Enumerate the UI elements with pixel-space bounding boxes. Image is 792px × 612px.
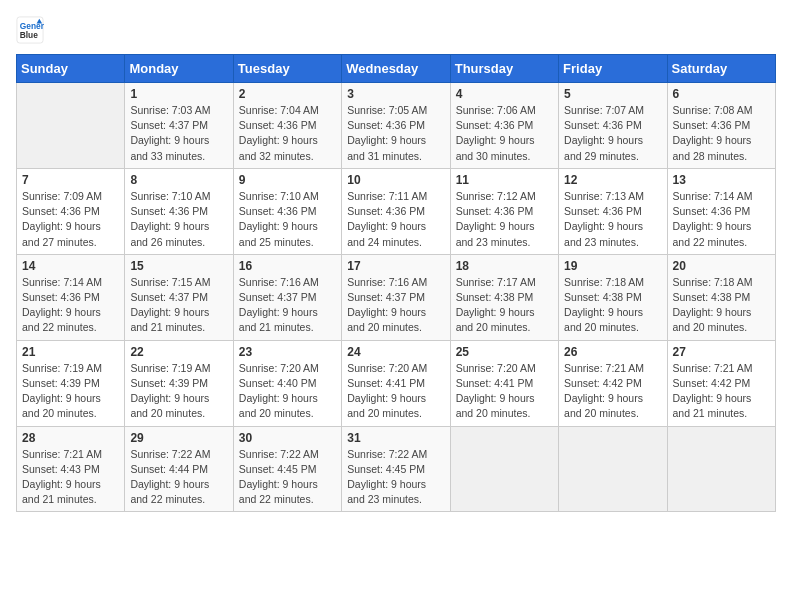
weekday-header-friday: Friday bbox=[559, 55, 667, 83]
day-info: Sunrise: 7:21 AMSunset: 4:42 PMDaylight:… bbox=[673, 361, 770, 422]
day-info: Sunrise: 7:09 AMSunset: 4:36 PMDaylight:… bbox=[22, 189, 119, 250]
page-header: General Blue bbox=[16, 16, 776, 44]
week-row-4: 28Sunrise: 7:21 AMSunset: 4:43 PMDayligh… bbox=[17, 426, 776, 512]
day-info: Sunrise: 7:19 AMSunset: 4:39 PMDaylight:… bbox=[130, 361, 227, 422]
day-cell: 25Sunrise: 7:20 AMSunset: 4:41 PMDayligh… bbox=[450, 340, 558, 426]
weekday-header-tuesday: Tuesday bbox=[233, 55, 341, 83]
day-cell: 14Sunrise: 7:14 AMSunset: 4:36 PMDayligh… bbox=[17, 254, 125, 340]
day-info: Sunrise: 7:20 AMSunset: 4:40 PMDaylight:… bbox=[239, 361, 336, 422]
day-cell: 4Sunrise: 7:06 AMSunset: 4:36 PMDaylight… bbox=[450, 83, 558, 169]
day-number: 31 bbox=[347, 431, 444, 445]
logo: General Blue bbox=[16, 16, 48, 44]
day-info: Sunrise: 7:21 AMSunset: 4:42 PMDaylight:… bbox=[564, 361, 661, 422]
day-number: 14 bbox=[22, 259, 119, 273]
day-info: Sunrise: 7:18 AMSunset: 4:38 PMDaylight:… bbox=[564, 275, 661, 336]
day-info: Sunrise: 7:15 AMSunset: 4:37 PMDaylight:… bbox=[130, 275, 227, 336]
day-number: 6 bbox=[673, 87, 770, 101]
day-cell: 15Sunrise: 7:15 AMSunset: 4:37 PMDayligh… bbox=[125, 254, 233, 340]
logo-icon: General Blue bbox=[16, 16, 44, 44]
day-number: 24 bbox=[347, 345, 444, 359]
day-info: Sunrise: 7:20 AMSunset: 4:41 PMDaylight:… bbox=[456, 361, 553, 422]
day-number: 4 bbox=[456, 87, 553, 101]
day-info: Sunrise: 7:16 AMSunset: 4:37 PMDaylight:… bbox=[239, 275, 336, 336]
day-info: Sunrise: 7:18 AMSunset: 4:38 PMDaylight:… bbox=[673, 275, 770, 336]
day-cell: 31Sunrise: 7:22 AMSunset: 4:45 PMDayligh… bbox=[342, 426, 450, 512]
day-number: 8 bbox=[130, 173, 227, 187]
day-number: 11 bbox=[456, 173, 553, 187]
day-number: 26 bbox=[564, 345, 661, 359]
day-number: 7 bbox=[22, 173, 119, 187]
day-info: Sunrise: 7:22 AMSunset: 4:44 PMDaylight:… bbox=[130, 447, 227, 508]
day-number: 20 bbox=[673, 259, 770, 273]
day-info: Sunrise: 7:08 AMSunset: 4:36 PMDaylight:… bbox=[673, 103, 770, 164]
day-cell: 21Sunrise: 7:19 AMSunset: 4:39 PMDayligh… bbox=[17, 340, 125, 426]
weekday-header-thursday: Thursday bbox=[450, 55, 558, 83]
week-row-1: 7Sunrise: 7:09 AMSunset: 4:36 PMDaylight… bbox=[17, 168, 776, 254]
day-cell: 2Sunrise: 7:04 AMSunset: 4:36 PMDaylight… bbox=[233, 83, 341, 169]
day-info: Sunrise: 7:04 AMSunset: 4:36 PMDaylight:… bbox=[239, 103, 336, 164]
day-cell: 1Sunrise: 7:03 AMSunset: 4:37 PMDaylight… bbox=[125, 83, 233, 169]
day-cell: 12Sunrise: 7:13 AMSunset: 4:36 PMDayligh… bbox=[559, 168, 667, 254]
weekday-header-monday: Monday bbox=[125, 55, 233, 83]
day-cell: 23Sunrise: 7:20 AMSunset: 4:40 PMDayligh… bbox=[233, 340, 341, 426]
day-info: Sunrise: 7:19 AMSunset: 4:39 PMDaylight:… bbox=[22, 361, 119, 422]
day-info: Sunrise: 7:21 AMSunset: 4:43 PMDaylight:… bbox=[22, 447, 119, 508]
day-cell: 28Sunrise: 7:21 AMSunset: 4:43 PMDayligh… bbox=[17, 426, 125, 512]
day-number: 2 bbox=[239, 87, 336, 101]
day-number: 15 bbox=[130, 259, 227, 273]
day-cell: 10Sunrise: 7:11 AMSunset: 4:36 PMDayligh… bbox=[342, 168, 450, 254]
weekday-header-wednesday: Wednesday bbox=[342, 55, 450, 83]
day-number: 1 bbox=[130, 87, 227, 101]
day-cell: 5Sunrise: 7:07 AMSunset: 4:36 PMDaylight… bbox=[559, 83, 667, 169]
day-number: 19 bbox=[564, 259, 661, 273]
day-info: Sunrise: 7:17 AMSunset: 4:38 PMDaylight:… bbox=[456, 275, 553, 336]
day-cell: 17Sunrise: 7:16 AMSunset: 4:37 PMDayligh… bbox=[342, 254, 450, 340]
week-row-2: 14Sunrise: 7:14 AMSunset: 4:36 PMDayligh… bbox=[17, 254, 776, 340]
day-number: 29 bbox=[130, 431, 227, 445]
day-number: 21 bbox=[22, 345, 119, 359]
day-info: Sunrise: 7:13 AMSunset: 4:36 PMDaylight:… bbox=[564, 189, 661, 250]
day-cell: 7Sunrise: 7:09 AMSunset: 4:36 PMDaylight… bbox=[17, 168, 125, 254]
day-number: 23 bbox=[239, 345, 336, 359]
day-info: Sunrise: 7:20 AMSunset: 4:41 PMDaylight:… bbox=[347, 361, 444, 422]
svg-text:Blue: Blue bbox=[20, 30, 38, 40]
day-info: Sunrise: 7:12 AMSunset: 4:36 PMDaylight:… bbox=[456, 189, 553, 250]
day-cell: 19Sunrise: 7:18 AMSunset: 4:38 PMDayligh… bbox=[559, 254, 667, 340]
day-info: Sunrise: 7:22 AMSunset: 4:45 PMDaylight:… bbox=[347, 447, 444, 508]
weekday-header-saturday: Saturday bbox=[667, 55, 775, 83]
calendar-table: SundayMondayTuesdayWednesdayThursdayFrid… bbox=[16, 54, 776, 512]
day-info: Sunrise: 7:06 AMSunset: 4:36 PMDaylight:… bbox=[456, 103, 553, 164]
day-info: Sunrise: 7:22 AMSunset: 4:45 PMDaylight:… bbox=[239, 447, 336, 508]
day-info: Sunrise: 7:14 AMSunset: 4:36 PMDaylight:… bbox=[22, 275, 119, 336]
day-cell: 22Sunrise: 7:19 AMSunset: 4:39 PMDayligh… bbox=[125, 340, 233, 426]
day-number: 30 bbox=[239, 431, 336, 445]
weekday-header-sunday: Sunday bbox=[17, 55, 125, 83]
day-cell: 24Sunrise: 7:20 AMSunset: 4:41 PMDayligh… bbox=[342, 340, 450, 426]
day-number: 25 bbox=[456, 345, 553, 359]
week-row-3: 21Sunrise: 7:19 AMSunset: 4:39 PMDayligh… bbox=[17, 340, 776, 426]
day-number: 3 bbox=[347, 87, 444, 101]
day-info: Sunrise: 7:14 AMSunset: 4:36 PMDaylight:… bbox=[673, 189, 770, 250]
day-cell: 3Sunrise: 7:05 AMSunset: 4:36 PMDaylight… bbox=[342, 83, 450, 169]
day-info: Sunrise: 7:07 AMSunset: 4:36 PMDaylight:… bbox=[564, 103, 661, 164]
day-cell: 16Sunrise: 7:16 AMSunset: 4:37 PMDayligh… bbox=[233, 254, 341, 340]
day-info: Sunrise: 7:11 AMSunset: 4:36 PMDaylight:… bbox=[347, 189, 444, 250]
day-cell: 18Sunrise: 7:17 AMSunset: 4:38 PMDayligh… bbox=[450, 254, 558, 340]
weekday-header-row: SundayMondayTuesdayWednesdayThursdayFrid… bbox=[17, 55, 776, 83]
day-info: Sunrise: 7:10 AMSunset: 4:36 PMDaylight:… bbox=[239, 189, 336, 250]
day-cell: 20Sunrise: 7:18 AMSunset: 4:38 PMDayligh… bbox=[667, 254, 775, 340]
day-number: 12 bbox=[564, 173, 661, 187]
day-number: 13 bbox=[673, 173, 770, 187]
day-cell: 29Sunrise: 7:22 AMSunset: 4:44 PMDayligh… bbox=[125, 426, 233, 512]
week-row-0: 1Sunrise: 7:03 AMSunset: 4:37 PMDaylight… bbox=[17, 83, 776, 169]
day-cell: 13Sunrise: 7:14 AMSunset: 4:36 PMDayligh… bbox=[667, 168, 775, 254]
day-number: 10 bbox=[347, 173, 444, 187]
day-number: 28 bbox=[22, 431, 119, 445]
day-number: 16 bbox=[239, 259, 336, 273]
day-cell: 30Sunrise: 7:22 AMSunset: 4:45 PMDayligh… bbox=[233, 426, 341, 512]
day-info: Sunrise: 7:10 AMSunset: 4:36 PMDaylight:… bbox=[130, 189, 227, 250]
day-number: 5 bbox=[564, 87, 661, 101]
day-cell: 26Sunrise: 7:21 AMSunset: 4:42 PMDayligh… bbox=[559, 340, 667, 426]
day-number: 17 bbox=[347, 259, 444, 273]
day-info: Sunrise: 7:16 AMSunset: 4:37 PMDaylight:… bbox=[347, 275, 444, 336]
